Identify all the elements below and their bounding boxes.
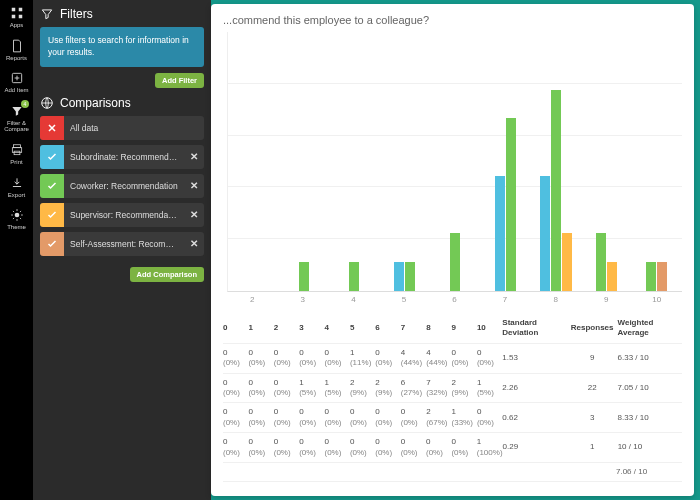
table-cell: 0(0%) [325,437,350,458]
table-cell: 0(0%) [248,437,273,458]
comparison-checkbox[interactable] [40,145,64,169]
nav-label: Print [10,159,22,166]
add-filter-button[interactable]: Add Filter [155,73,204,88]
comparison-label: Self-Assessment: Recommenda... [64,239,184,249]
table-cell: 1(5%) [325,378,350,399]
table-cell: 0(0%) [325,348,350,369]
bar-group [430,32,480,291]
svg-rect-0 [11,8,15,12]
x-label: 2 [227,292,278,304]
table-cell: 0(0%) [248,348,273,369]
table-cell: 0(0%) [375,407,400,428]
svg-rect-7 [14,151,20,155]
bar-group [278,32,328,291]
table-header-cell: 10 [477,323,502,333]
table-row: 0(0%)0(0%)0(0%)0(0%)0(0%)1(11%)0(0%)4(44… [223,344,682,374]
weighted-avg-cell: 6.33 / 10 [618,353,682,363]
weighted-avg-cell: 8.33 / 10 [618,413,682,423]
bar [349,262,359,291]
x-label: 3 [278,292,329,304]
table-cell: 1(11%) [350,348,375,369]
comparison-checkbox[interactable] [40,232,64,256]
filters-info: Use filters to search for information in… [40,27,204,67]
comparison-checkbox[interactable] [40,203,64,227]
table-cell: 0(0%) [375,437,400,458]
table-cell: 0(0%) [274,348,299,369]
main-content: ...commend this employee to a colleague?… [211,4,694,496]
remove-comparison-icon[interactable]: ✕ [184,180,204,191]
bar-group [480,32,530,291]
table-cell: 0(0%) [477,407,502,428]
table-header-cell: 8 [426,323,451,333]
table-header-cell: 4 [325,323,350,333]
nav-reports[interactable]: Reports [0,33,33,66]
nav-theme[interactable]: Theme [0,202,33,235]
bar [551,90,561,291]
nav-label: Reports [6,55,27,62]
table-row: 0(0%)0(0%)0(0%)0(0%)0(0%)0(0%)0(0%)0(0%)… [223,403,682,433]
svg-rect-2 [11,15,15,19]
x-label: 8 [530,292,581,304]
sd-cell: 2.26 [502,383,566,393]
responses-cell: 9 [567,353,618,363]
comparison-item[interactable]: All data [40,116,204,140]
comparison-item[interactable]: Subordinate: Recommendation✕ [40,145,204,169]
sd-cell: 0.62 [502,413,566,423]
table-cell: 0(0%) [274,378,299,399]
table-cell: 0(0%) [401,407,426,428]
table-cell: 0(0%) [477,348,502,369]
bar-chart [227,32,682,292]
bar-group [228,32,278,291]
filters-title: Filters [60,7,93,21]
x-label: 6 [429,292,480,304]
table-cell: 0(0%) [299,437,324,458]
svg-point-8 [14,213,19,218]
table-cell: 1(100%) [477,437,503,458]
comparisons-header: Comparisons [40,96,204,110]
table-cell: 0(0%) [299,407,324,428]
weighted-avg-cell: 7.05 / 10 [618,383,682,393]
comparison-item[interactable]: Self-Assessment: Recommenda...✕ [40,232,204,256]
x-label: 9 [581,292,632,304]
table-cell: 0(0%) [248,378,273,399]
filter-icon [40,7,54,21]
sd-cell: 0.29 [503,442,567,452]
table-header-cell: 0 [223,323,248,333]
table-cell: 0(0%) [325,407,350,428]
nav-apps[interactable]: Apps [0,0,33,33]
nav-export[interactable]: Export [0,170,33,203]
responses-cell: 1 [567,442,618,452]
add-comparison-button[interactable]: Add Comparison [130,267,204,282]
table-footer: 7.06 / 10 [223,463,682,482]
bar-group [329,32,379,291]
remove-comparison-icon[interactable]: ✕ [184,209,204,220]
comparison-checkbox[interactable] [40,174,64,198]
footer-wa: 7.06 / 10 [616,467,682,477]
comparison-checkbox[interactable] [40,116,64,140]
table-cell: 0(0%) [223,407,248,428]
table-cell: 0(0%) [223,378,248,399]
comparison-item[interactable]: Coworker: Recommendation✕ [40,174,204,198]
table-cell: 0(0%) [274,437,299,458]
comparison-item[interactable]: Supervisor: Recommendation✕ [40,203,204,227]
nav-add-item[interactable]: Add Item [0,65,33,98]
x-label: 4 [328,292,379,304]
bar-group [379,32,429,291]
nav-filter-compare[interactable]: 4Filter & Compare [0,98,33,137]
nav-label: Add Item [4,87,28,94]
table-header-cell: 3 [299,323,324,333]
table-cell: 0(0%) [223,437,248,458]
table-cell: 0(0%) [350,437,375,458]
nav-print[interactable]: Print [0,137,33,170]
bar [657,262,667,291]
table-cell: 0(0%) [299,348,324,369]
table-cell: 0(0%) [223,348,248,369]
bar-group [531,32,581,291]
bar [596,233,606,291]
remove-comparison-icon[interactable]: ✕ [184,151,204,162]
table-cell: 1(5%) [477,378,502,399]
remove-comparison-icon[interactable]: ✕ [184,238,204,249]
table-header-cell: 9 [452,323,477,333]
bar [394,262,404,291]
bar [540,176,550,291]
